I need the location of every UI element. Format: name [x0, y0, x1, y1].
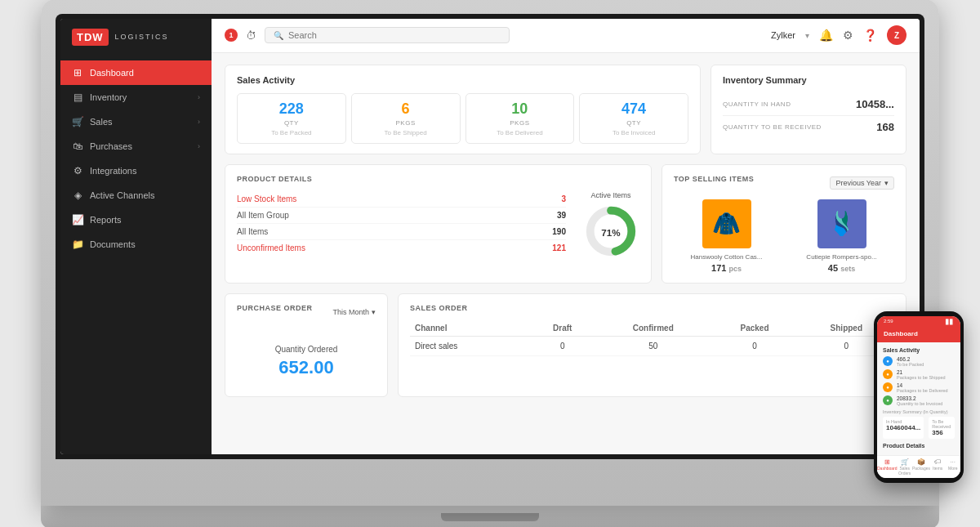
metric-delivered-unit: Pkgs [474, 119, 566, 127]
phone-metric-0: ● 466.2 To be Packed [883, 356, 955, 367]
sidebar-nav: ⊞ Dashboard ▤ Inventory › [60, 56, 212, 454]
po-qty-value: 652.00 [237, 357, 376, 378]
sidebar-item-documents[interactable]: 📁 Documents [60, 232, 212, 257]
top-row: Sales Activity 228 Qty To Be Packed [225, 65, 906, 154]
top-selling-card: TOP SELLING ITEMS Previous Year ▾ [662, 164, 906, 284]
so-title: SALES ORDER [410, 304, 894, 312]
phone-items-icon: 🏷 [930, 458, 946, 466]
sidebar-label-active-channels: Active Channels [90, 190, 155, 200]
lowstock-label: Low Stock Items [237, 194, 296, 203]
sidebar-item-active-channels[interactable]: ◈ Active Channels [60, 183, 212, 208]
product-row-unconfirmed: Unconfirmed Items 121 [237, 240, 566, 256]
search-box[interactable]: 🔍 [265, 27, 510, 43]
logo: TDW LOGISTICS [60, 19, 212, 56]
inv-receive-label: QUANTITY TO BE RECEIVED [723, 123, 822, 131]
metric-delivered-label: To Be Delivered [474, 129, 566, 136]
metric-packed-unit: Qty [246, 119, 337, 127]
bell-icon[interactable]: 🔔 [819, 29, 833, 42]
topbar: 1 ⏱ 🔍 Zylker ▾ 🔔 ⚙ ❓ [212, 19, 920, 53]
po-qty-label: Quantity Ordered [237, 345, 376, 354]
phone-nav-items[interactable]: 🏷 Items [930, 458, 946, 476]
allitems-label: All Items [237, 227, 268, 236]
period-selector[interactable]: Previous Year ▾ [830, 176, 894, 190]
sidebar-item-inventory[interactable]: ▤ Inventory › [60, 85, 212, 109]
phone-receive-label: To Be Received [932, 419, 951, 429]
product-name-0: Hanswooly Cotton Cas... [674, 253, 779, 261]
phone-metric-2: ● 14 Packages to be Delivered [883, 382, 955, 393]
app-container: TDW LOGISTICS ⊞ Dashboard [60, 19, 920, 454]
laptop-shell: TDW LOGISTICS ⊞ Dashboard [41, 0, 939, 506]
sidebar-item-reports[interactable]: 📈 Reports [60, 208, 212, 232]
product-qty-0: 171 pcs [674, 263, 779, 273]
phone-sales-title: Sales Activity [883, 347, 955, 353]
phone-nav-packages[interactable]: 📦 Packages [912, 458, 930, 476]
phone-dot-2: ● [883, 382, 893, 392]
search-input[interactable] [288, 30, 501, 40]
active-channels-icon: ◈ [72, 190, 83, 201]
phone-inv-hand: In Hand 10460044... [883, 417, 924, 439]
phone-nav-label-3: Items [933, 466, 942, 471]
phone-packages-icon: 📦 [912, 458, 930, 466]
sidebar-item-sales[interactable]: 🛒 Sales › [60, 109, 212, 134]
metric-invoiced-value: 474 [588, 100, 679, 118]
phone-metric-label-3: Quantity to be Invoiced [897, 401, 942, 406]
phone-title: Dashboard [884, 330, 918, 337]
phone-nav-label-0: Dashboard [877, 466, 897, 471]
phone-metric-1: ● 21 Packages to be Shipped [883, 369, 955, 380]
phone-sales-icon: 🛒 [897, 458, 912, 466]
phone-nav-more[interactable]: ··· More [945, 458, 960, 476]
itemgroup-value: 39 [557, 211, 566, 220]
period-label: Previous Year [835, 179, 881, 187]
chevron-right-icon: › [198, 93, 200, 101]
metric-invoiced-unit: Qty [588, 119, 679, 127]
screen-bezel: TDW LOGISTICS ⊞ Dashboard [56, 14, 924, 459]
phone-nav-label-2: Packages [912, 466, 930, 471]
sidebar-item-integrations[interactable]: ⚙ Integrations [60, 159, 212, 183]
gear-icon[interactable]: ⚙ [843, 29, 853, 42]
help-icon[interactable]: ❓ [863, 29, 877, 42]
unconfirmed-label: Unconfirmed Items [237, 243, 305, 252]
metric-delivered: 10 Pkgs To Be Delivered [466, 93, 575, 144]
product-row-lowstock: Low Stock Items 3 [237, 191, 566, 208]
product-row-allitems: All Items 190 [237, 224, 566, 240]
phone-nav-label-4: More [948, 466, 957, 471]
phone-nav-sales[interactable]: 🛒 Sales Orders [897, 458, 912, 476]
sidebar-item-purchases[interactable]: 🛍 Purchases › [60, 134, 212, 159]
po-title: PURCHASE ORDER [237, 304, 313, 312]
phone-inv-receive: To Be Received 356 [929, 417, 955, 439]
purchase-order-card: PURCHASE ORDER This Month ▾ Quantity Ord… [225, 293, 388, 397]
product-details-inner: Low Stock Items 3 All Item Group 39 [237, 191, 639, 260]
phone-metric-3: ● 20833.2 Quantity to be Invoiced [883, 395, 955, 406]
po-header: PURCHASE ORDER This Month ▾ [237, 304, 376, 320]
phone-metric-val-2: 14 [897, 382, 948, 388]
product-img-1: 🩱 [817, 199, 866, 248]
sales-order-card: SALES ORDER Channel Draft Confirmed Pack… [398, 293, 906, 397]
phone-dashboard-icon: ⊞ [877, 458, 897, 466]
metric-shipped-unit: Pkgs [360, 119, 452, 127]
user-name[interactable]: Zylker [771, 30, 795, 40]
phone-metric-val-1: 21 [897, 369, 946, 375]
phone-dot-3: ● [883, 395, 893, 405]
history-icon[interactable]: ⏱ [246, 29, 256, 42]
product-item-1: 🩱 Cutiepie Rompers-spo... 45 sets [789, 199, 894, 273]
phone-nav-dashboard[interactable]: ⊞ Dashboard [877, 458, 897, 476]
phone-bottom-nav: ⊞ Dashboard 🛒 Sales Orders 📦 Packages 🏷 … [877, 455, 960, 478]
metric-shipped: 6 Pkgs To Be Shipped [351, 93, 461, 144]
purchases-icon: 🛍 [72, 141, 83, 152]
metric-packed: 228 Qty To Be Packed [237, 93, 346, 144]
so-col-draft: Draft [529, 320, 595, 337]
product-list: Low Stock Items 3 All Item Group 39 [237, 191, 566, 260]
topbar-right: Zylker ▾ 🔔 ⚙ ❓ Z [771, 25, 906, 45]
phone-nav-label-1: Sales Orders [898, 466, 911, 476]
product-name-1: Cutiepie Rompers-spo... [789, 253, 894, 261]
laptop-hinge [441, 513, 539, 521]
sidebar-item-dashboard[interactable]: ⊞ Dashboard [60, 60, 212, 85]
po-body: Quantity Ordered 652.00 [237, 337, 376, 386]
metric-invoiced-label: To Be Invoiced [588, 129, 679, 136]
metric-packed-value: 228 [246, 100, 337, 118]
chevron-right-icon-sales: › [198, 118, 200, 126]
top-selling-title: TOP SELLING ITEMS [674, 175, 754, 183]
this-month-selector[interactable]: This Month ▾ [332, 308, 376, 316]
inventory-summary-card: Inventory Summary QUANTITY IN HAND 10458… [710, 65, 906, 154]
phone-metric-val-0: 466.2 [897, 356, 924, 362]
